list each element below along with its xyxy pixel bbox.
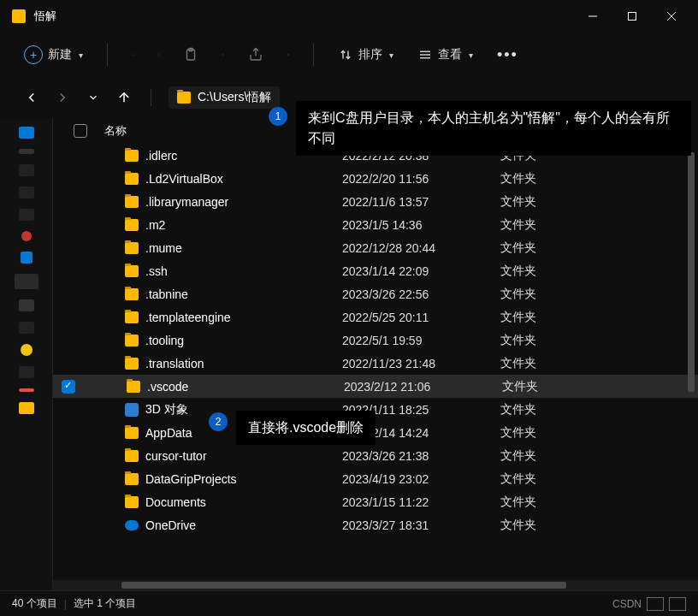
table-row[interactable]: .tooling2022/5/1 19:59文件夹 — [53, 329, 698, 352]
sort-button[interactable]: 排序 ▾ — [329, 42, 402, 68]
cut-button[interactable] — [123, 45, 142, 64]
table-row[interactable]: .vscode2023/2/12 21:06文件夹 — [53, 375, 698, 398]
table-row[interactable]: DataGripProjects2023/4/19 23:02文件夹 — [53, 467, 698, 490]
file-list[interactable]: .idlerc2022/2/12 20:38文件夹.Ld2VirtualBox2… — [53, 144, 698, 580]
sidebar[interactable] — [0, 118, 53, 590]
folder-icon — [177, 92, 191, 104]
table-row[interactable]: .librarymanager2022/11/6 13:57文件夹 — [53, 190, 698, 213]
sidebar-item[interactable] — [21, 231, 32, 241]
close-button[interactable] — [652, 0, 691, 33]
table-row[interactable]: .translation2022/11/23 21:48文件夹 — [53, 352, 698, 375]
sidebar-item[interactable] — [19, 209, 34, 221]
table-row[interactable]: .mume2022/12/28 20:44文件夹 — [53, 236, 698, 259]
main-panel: 名称 修改日期 类型 大小 .idlerc2022/2/12 20:38文件夹.… — [53, 118, 698, 590]
scrollbar-thumb[interactable] — [688, 152, 695, 392]
chevron-down-icon: ▾ — [469, 50, 473, 60]
recent-button[interactable] — [84, 88, 103, 107]
file-name: .ssh — [145, 264, 342, 278]
table-row[interactable]: Documents2023/1/15 11:22文件夹 — [53, 490, 698, 513]
icon-cell — [125, 311, 145, 323]
table-row[interactable]: .tabnine2023/3/26 22:56文件夹 — [53, 282, 698, 305]
row-checkbox[interactable] — [62, 380, 75, 394]
sidebar-item[interactable] — [21, 344, 33, 356]
sidebar-item[interactable] — [19, 402, 34, 414]
icon-cell — [125, 196, 145, 208]
table-row[interactable]: .Ld2VirtualBox2022/2/20 11:56文件夹 — [53, 167, 698, 190]
file-type: 文件夹 — [500, 471, 624, 487]
file-type: 文件夹 — [500, 287, 624, 302]
icon-cell — [125, 473, 145, 485]
file-type: 文件夹 — [500, 448, 624, 464]
icons-view-button[interactable] — [669, 597, 686, 611]
icon-cell — [125, 173, 145, 185]
minimize-button[interactable] — [573, 0, 612, 33]
file-name: .translation — [145, 357, 342, 370]
back-button[interactable] — [22, 88, 41, 107]
table-row[interactable]: .ssh2023/1/14 22:09文件夹 — [53, 259, 698, 282]
icon-cell — [125, 219, 145, 231]
sidebar-item[interactable] — [15, 274, 38, 289]
annotation-badge-2: 2 — [209, 412, 228, 431]
sidebar-item[interactable] — [19, 388, 34, 392]
icon-cell — [125, 150, 145, 162]
sidebar-item[interactable] — [21, 252, 33, 264]
sidebar-item[interactable] — [19, 187, 34, 198]
file-date: 2022/5/1 19:59 — [342, 334, 500, 347]
share-button[interactable] — [240, 42, 272, 68]
new-label: 新建 — [48, 47, 72, 62]
sidebar-item[interactable] — [19, 299, 34, 311]
file-name: .templateengine — [145, 311, 342, 324]
copy-button[interactable] — [149, 45, 168, 64]
titlebar[interactable]: 悟解 — [0, 0, 698, 33]
cube-icon — [125, 403, 139, 417]
folder-icon — [125, 173, 139, 185]
new-button[interactable]: + 新建 ▾ — [15, 40, 92, 69]
file-type: 文件夹 — [502, 379, 626, 394]
up-button[interactable] — [115, 88, 133, 107]
file-date: 2023/1/15 11:22 — [342, 495, 500, 509]
svg-rect-1 — [629, 13, 636, 21]
annotation-callout-1: 来到C盘用户目录，本人的主机名为"悟解"，每个人的会有所不同 — [296, 101, 691, 156]
annotation-callout-2: 直接将.vscode删除 — [236, 411, 376, 445]
scrollbar-thumb[interactable] — [121, 582, 566, 589]
icon-cell — [125, 520, 145, 530]
folder-icon — [125, 242, 139, 254]
window-title: 悟解 — [34, 9, 573, 24]
selection-count: 选中 1 个项目 — [74, 596, 136, 611]
table-row[interactable]: .templateengine2022/5/25 20:11文件夹 — [53, 305, 698, 329]
folder-icon — [125, 311, 139, 323]
more-button[interactable]: ••• — [488, 41, 527, 69]
breadcrumb[interactable]: C:\Users\悟解 — [169, 86, 280, 109]
sidebar-item[interactable] — [19, 366, 34, 378]
toolbar: + 新建 ▾ 排序 ▾ 查看 ▾ ••• — [0, 33, 698, 77]
chevron-down-icon: ▾ — [389, 50, 393, 60]
table-row[interactable]: cursor-tutor2023/3/26 21:38文件夹 — [53, 444, 698, 467]
sidebar-item[interactable] — [19, 149, 34, 154]
table-row[interactable]: OneDrive2023/3/27 18:31文件夹 — [53, 513, 698, 536]
folder-icon — [125, 358, 139, 370]
statusbar: 40 个项目 | 选中 1 个项目 CSDN — [0, 590, 698, 616]
rename-button[interactable] — [214, 45, 233, 64]
item-count: 40 个项目 — [12, 596, 57, 611]
view-button[interactable]: 查看 ▾ — [409, 42, 482, 68]
details-view-button[interactable] — [647, 597, 664, 611]
scrollbar-vertical[interactable] — [688, 152, 696, 443]
folder-icon — [125, 288, 139, 300]
forward-button[interactable] — [53, 88, 72, 107]
file-date: 2023/4/19 23:02 — [342, 472, 500, 486]
file-name: .tooling — [145, 334, 342, 347]
select-all-checkbox[interactable] — [74, 124, 87, 138]
delete-button[interactable] — [279, 45, 298, 64]
folder-icon — [125, 450, 139, 462]
status-right: CSDN — [612, 597, 686, 611]
sidebar-item[interactable] — [19, 164, 34, 176]
table-row[interactable]: .m22023/1/5 14:36文件夹 — [53, 213, 698, 236]
file-date: 2022/2/20 11:56 — [342, 172, 500, 186]
sidebar-item[interactable] — [19, 322, 34, 334]
maximize-button[interactable] — [612, 0, 652, 33]
paste-button[interactable] — [174, 42, 207, 68]
file-type: 文件夹 — [500, 495, 624, 510]
sidebar-item[interactable] — [19, 127, 34, 139]
file-name: .librarymanager — [145, 195, 342, 209]
scrollbar-horizontal[interactable] — [53, 580, 698, 590]
